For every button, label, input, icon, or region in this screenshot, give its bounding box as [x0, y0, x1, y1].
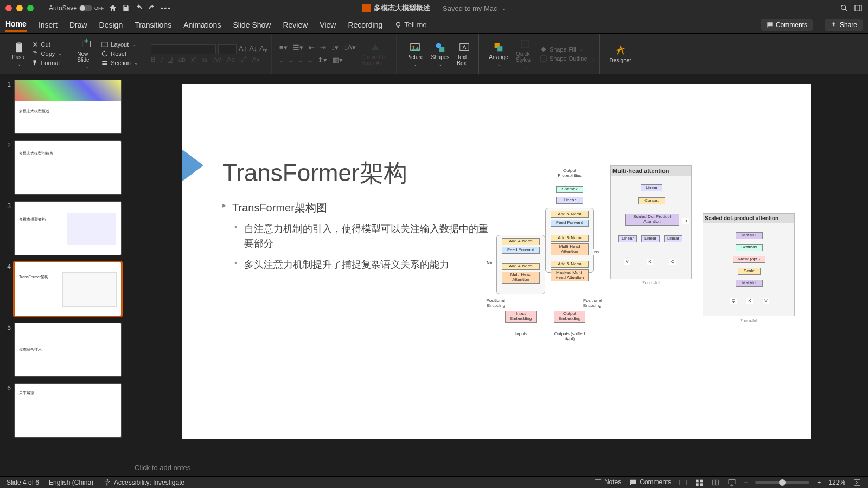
shapes-button[interactable]: Shapes⌄ [429, 41, 451, 67]
home-icon[interactable] [108, 4, 117, 12]
superscript-button[interactable]: x² [191, 56, 196, 63]
thumbnail-slide-1[interactable]: 多模态大模型概述 [14, 80, 122, 134]
format-painter-button[interactable]: Format [31, 59, 63, 67]
fill-icon [540, 46, 547, 53]
copy-icon [31, 50, 39, 57]
paste-button[interactable]: Paste⌄ [10, 41, 28, 67]
indent-inc-button[interactable]: ⇥ [320, 43, 326, 52]
slide-canvas[interactable]: TransFormer架构 TransFormer架构图 自注意力机制的引入，使… [125, 74, 868, 461]
sorter-view-icon[interactable] [695, 478, 704, 487]
notes-toggle[interactable]: Notes [593, 478, 621, 487]
numbering-button[interactable]: ☰▾ [293, 43, 303, 52]
tab-review[interactable]: Review [283, 18, 308, 31]
slide-body[interactable]: TransFormer架构图 自注意力机制的引入，使得模型可以关注输入数据中的重… [222, 201, 488, 279]
align-right-button[interactable]: ≡ [298, 56, 303, 64]
redo-icon[interactable] [148, 4, 156, 12]
minimize-window[interactable] [16, 5, 23, 11]
tab-view[interactable]: View [320, 18, 336, 31]
slideshow-view-icon[interactable] [727, 478, 736, 487]
save-icon[interactable] [122, 4, 130, 12]
tab-transitions[interactable]: Transitions [135, 18, 171, 31]
tab-slideshow[interactable]: Slide Show [233, 18, 271, 31]
char-spacing-button[interactable]: AV [213, 56, 221, 63]
close-window[interactable] [5, 5, 12, 11]
tab-recording[interactable]: Recording [348, 18, 382, 31]
tab-home[interactable]: Home [5, 17, 27, 32]
align-center-button[interactable]: ≡ [289, 56, 293, 64]
share-button[interactable]: Share [825, 19, 863, 31]
notes-pane[interactable]: Click to add notes [125, 461, 868, 476]
new-slide-button[interactable]: New Slide⌄ [75, 38, 98, 69]
thumbnail-slide-5[interactable]: 模态融合技术 [14, 323, 122, 377]
align-dropdown[interactable]: ⬍▾ [317, 56, 327, 64]
arrange-button[interactable]: Arrange⌄ [487, 41, 510, 67]
indent-dec-button[interactable]: ⇤ [309, 43, 315, 52]
shape-outline-button[interactable]: Shape Outline⌄ [540, 55, 595, 62]
chevron-down-icon[interactable]: ⌄ [502, 5, 506, 11]
line-spacing-button[interactable]: ↕▾ [331, 43, 339, 52]
font-family-input[interactable] [151, 44, 216, 54]
copy-button[interactable]: Copy⌄ [31, 50, 63, 57]
tell-me-search[interactable]: Tell me [394, 21, 426, 29]
thumbnail-slide-6[interactable]: 未来展望 [14, 383, 122, 438]
designer-button[interactable]: Designer [608, 44, 634, 63]
zoom-out-button[interactable]: − [744, 479, 748, 486]
thumbnail-slide-4[interactable]: TransFormer架构 [14, 262, 122, 316]
panel-toggle-icon[interactable] [854, 4, 863, 12]
font-color-button[interactable]: A▾ [252, 56, 260, 63]
change-case-button[interactable]: Aa [227, 56, 235, 63]
svg-text:A: A [463, 44, 467, 50]
reset-button[interactable]: Reset [101, 50, 138, 57]
clear-format-icon[interactable]: Aᵩ [259, 44, 267, 54]
slide-title[interactable]: TransFormer架构 [222, 157, 407, 189]
columns-button[interactable]: ▥▾ [333, 56, 343, 64]
undo-icon[interactable] [135, 4, 143, 12]
tab-animations[interactable]: Animations [183, 18, 221, 31]
text-direction-button[interactable]: ↕A▾ [344, 43, 356, 52]
thumbnail-slide-3[interactable]: 多模态模型架构 [14, 201, 122, 255]
strike-button[interactable]: ab [178, 56, 186, 63]
reading-view-icon[interactable] [711, 478, 720, 487]
font-grow-icon[interactable]: A↑ [239, 44, 247, 54]
tab-design[interactable]: Design [99, 18, 123, 31]
maximize-window[interactable] [27, 5, 34, 11]
comments-toggle[interactable]: Comments [629, 478, 671, 487]
justify-button[interactable]: ≡ [308, 56, 312, 64]
font-shrink-icon[interactable]: A↓ [249, 44, 257, 54]
tab-insert[interactable]: Insert [39, 18, 58, 31]
quickstyles-icon [519, 38, 531, 50]
underline-button[interactable]: U [168, 56, 173, 63]
italic-button[interactable]: I [161, 56, 163, 63]
section-button[interactable]: Section⌄ [101, 59, 138, 67]
comments-button[interactable]: Comments [761, 19, 813, 31]
zoom-in-button[interactable]: + [817, 479, 821, 486]
layout-button[interactable]: Layout⌄ [101, 41, 138, 48]
normal-view-icon[interactable] [679, 478, 687, 487]
powerpoint-icon [362, 4, 371, 12]
autosave-toggle[interactable]: AutoSave OFF [49, 4, 104, 12]
textbox-button[interactable]: AText Box [455, 41, 474, 66]
convert-smartart-button[interactable]: Convert to SmartArt [359, 41, 392, 66]
svg-rect-10 [103, 61, 107, 62]
zoom-slider[interactable] [755, 481, 809, 484]
shapes-icon [434, 41, 446, 53]
search-icon[interactable] [840, 4, 848, 12]
bullets-button[interactable]: ≡▾ [279, 43, 288, 52]
current-slide[interactable]: TransFormer架构 TransFormer架构图 自注意力机制的引入，使… [182, 84, 811, 439]
zoom-percent[interactable]: 122% [828, 479, 845, 486]
align-left-button[interactable]: ≡ [279, 56, 284, 64]
shape-fill-button[interactable]: Shape Fill⌄ [540, 46, 595, 53]
accessibility-status[interactable]: Accessibility: Investigate [103, 478, 184, 487]
picture-button[interactable]: Picture⌄ [404, 41, 425, 67]
language-indicator[interactable]: English (China) [49, 479, 93, 486]
overflow-icon[interactable]: ••• [161, 4, 171, 12]
bold-button[interactable]: B [151, 56, 156, 63]
fit-to-window-icon[interactable] [853, 478, 861, 487]
subscript-button[interactable]: x₂ [202, 56, 208, 63]
tab-draw[interactable]: Draw [69, 18, 87, 31]
font-size-input[interactable] [218, 44, 237, 54]
thumbnail-slide-2[interactable]: 多模态大模型的特点 [14, 140, 122, 195]
cut-button[interactable]: Cut [31, 41, 63, 48]
highlight-button[interactable]: 🖍 [240, 56, 247, 63]
quick-styles-button[interactable]: Quick Styles⌄ [514, 38, 537, 69]
